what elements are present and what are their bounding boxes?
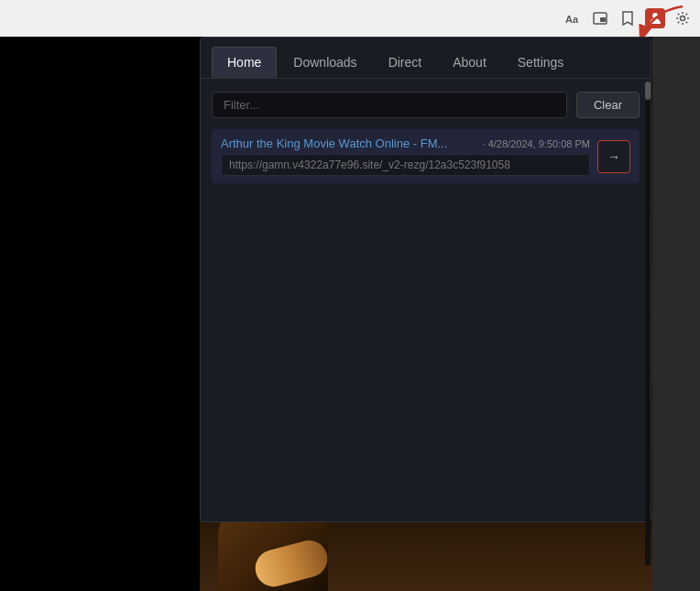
movie-background: Home Downloads Direct About Settings Cle… xyxy=(0,37,700,591)
reader-icon[interactable]: Aa xyxy=(563,8,583,28)
popup-scrollbar[interactable] xyxy=(645,82,651,565)
popup-panel: Home Downloads Direct About Settings Cle… xyxy=(200,37,651,522)
popup-content: Clear Arthur the King Movie Watch Online… xyxy=(201,79,651,521)
history-item-content: Arthur the King Movie Watch Online - FM.… xyxy=(221,137,590,176)
history-item: Arthur the King Movie Watch Online - FM.… xyxy=(212,129,640,183)
tab-direct[interactable]: Direct xyxy=(374,48,437,77)
bookmark-icon[interactable] xyxy=(618,8,638,28)
svg-rect-2 xyxy=(600,17,606,22)
svg-point-3 xyxy=(652,13,658,18)
pip-icon[interactable] xyxy=(590,8,610,28)
extension-icon[interactable] xyxy=(645,8,665,28)
history-item-timestamp: · 4/28/2024, 9:50:08 PM xyxy=(483,138,590,149)
svg-point-4 xyxy=(681,16,685,21)
tab-settings[interactable]: Settings xyxy=(503,48,579,77)
tab-navigation: Home Downloads Direct About Settings xyxy=(201,38,651,79)
side-bar-left xyxy=(0,37,202,591)
go-button[interactable]: → xyxy=(597,140,630,173)
side-bar-right xyxy=(652,37,700,591)
scrollbar-thumb xyxy=(645,82,651,100)
history-item-title-text: Arthur the King Movie Watch Online - FM.… xyxy=(221,137,476,150)
tab-downloads[interactable]: Downloads xyxy=(279,48,371,77)
svg-text:Aa: Aa xyxy=(565,14,579,25)
history-item-title-row: Arthur the King Movie Watch Online - FM.… xyxy=(221,137,590,150)
browser-toolbar: Aa xyxy=(0,0,700,37)
filter-input[interactable] xyxy=(212,92,567,118)
history-item-url[interactable]: https://gamn.v4322a77e96.site/_v2-rezg/1… xyxy=(221,154,590,176)
filter-row: Clear xyxy=(212,92,640,118)
settings-icon[interactable] xyxy=(673,8,693,28)
clear-button[interactable]: Clear xyxy=(576,92,640,118)
tab-home[interactable]: Home xyxy=(212,47,277,78)
tab-about[interactable]: About xyxy=(438,48,501,77)
